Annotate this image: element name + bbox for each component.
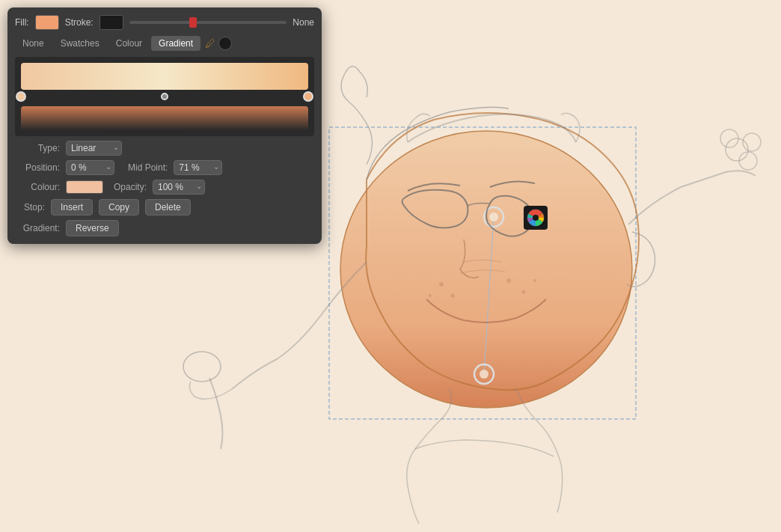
type-label: Type:	[15, 143, 60, 153]
colour-circle	[218, 37, 232, 50]
tab-colour[interactable]: Colour	[108, 36, 150, 51]
opacity-select[interactable]: 100 % 75 % 50 % 25 % 0 %	[153, 180, 205, 195]
colour-label: Colour:	[15, 182, 60, 192]
delete-button[interactable]: Delete	[145, 199, 191, 215]
svg-point-18	[533, 279, 536, 282]
svg-point-15	[429, 294, 432, 297]
reverse-button[interactable]: Reverse	[66, 220, 119, 236]
svg-point-13	[439, 282, 444, 287]
mid-point-select-wrapper: 71 % 50 % 25 %	[174, 160, 222, 175]
gradient-stop-mid[interactable]	[161, 93, 168, 100]
stroke-slider-container	[129, 21, 287, 24]
type-select-wrapper: Linear Radial Freeform	[66, 141, 122, 156]
gradient-label: Gradient:	[15, 223, 60, 233]
eyedropper-icon[interactable]: 🖊	[205, 37, 215, 49]
stop-row: Stop: Insert Copy Delete	[15, 199, 314, 215]
gradient-stop-right[interactable]	[303, 91, 313, 102]
position-select[interactable]: 0 % 25 % 50 % 100 %	[66, 160, 114, 175]
svg-point-5	[489, 213, 498, 221]
tab-gradient[interactable]: Gradient	[151, 36, 200, 51]
gradient-preview-container	[15, 57, 314, 136]
mid-point-select[interactable]: 71 % 50 % 25 %	[174, 160, 222, 175]
svg-point-21	[533, 215, 539, 221]
svg-point-7	[480, 370, 488, 379]
colour-opacity-row: Colour: Opacity: 100 % 75 % 50 % 25 % 0 …	[15, 180, 314, 195]
position-select-wrapper: 0 % 25 % 50 % 100 %	[66, 160, 114, 175]
fill-swatch[interactable]	[35, 15, 59, 30]
gradient-reverse-row: Gradient: Reverse	[15, 220, 314, 236]
gradient-panel: Fill: Stroke: None None Swatches Colour …	[7, 7, 322, 244]
gradient-bar-bottom	[21, 106, 308, 130]
stop-label: Stop:	[15, 202, 45, 213]
opacity-label: Opacity:	[109, 182, 147, 192]
fill-label: Fill:	[15, 17, 29, 28]
position-midpoint-row: Position: 0 % 25 % 50 % 100 % Mid Point:…	[15, 160, 314, 175]
gradient-stops-row	[21, 91, 308, 103]
stroke-none-label: None	[293, 17, 314, 28]
gradient-stop-left[interactable]	[16, 91, 26, 102]
stroke-label: Stroke:	[65, 17, 94, 28]
type-row: Type: Linear Radial Freeform	[15, 141, 314, 156]
mid-point-label: Mid Point:	[128, 162, 168, 173]
gradient-bar-top	[21, 63, 308, 90]
svg-point-14	[451, 294, 455, 298]
insert-button[interactable]: Insert	[51, 199, 93, 215]
opacity-select-wrapper: 100 % 75 % 50 % 25 % 0 %	[153, 180, 205, 195]
svg-point-16	[506, 278, 511, 283]
stroke-swatch[interactable]	[99, 15, 123, 30]
type-select[interactable]: Linear Radial Freeform	[66, 141, 122, 156]
stroke-width-slider[interactable]	[129, 21, 287, 24]
svg-point-1	[340, 131, 632, 408]
colour-stop-swatch[interactable]	[66, 180, 103, 194]
tabs-row: None Swatches Colour Gradient 🖊	[15, 36, 314, 51]
tab-swatches[interactable]: Swatches	[53, 36, 107, 51]
copy-button[interactable]: Copy	[99, 199, 139, 215]
tab-none[interactable]: None	[15, 36, 52, 51]
fill-stroke-row: Fill: Stroke: None	[15, 15, 314, 30]
position-label: Position:	[15, 162, 60, 173]
app-icon-box	[524, 206, 548, 230]
svg-point-17	[522, 290, 526, 294]
